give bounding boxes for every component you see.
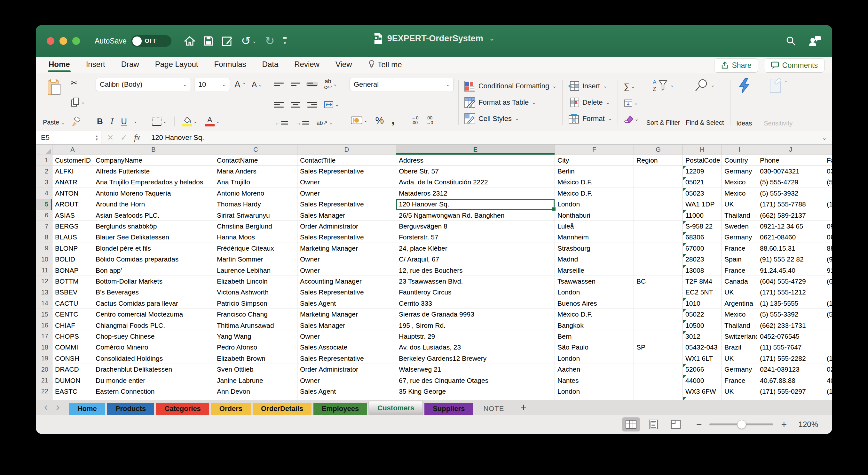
cell-I11[interactable]: France <box>722 265 757 276</box>
cell-K20[interactable]: 02 <box>824 364 832 375</box>
cell-K12[interactable]: (6 <box>824 276 832 287</box>
cell-F8[interactable]: Mannheim <box>555 232 634 243</box>
conditional-formatting-button[interactable]: Conditional Formatting⌄ <box>463 80 558 92</box>
cell-E22[interactable]: 35 King George <box>396 386 555 397</box>
cell-B18[interactable]: Comércio Mineiro <box>93 342 214 353</box>
cell-E18[interactable]: Av. dos Lusíadas, 23 <box>396 342 555 353</box>
cell-G11[interactable] <box>634 265 683 276</box>
cell-J15[interactable]: (5) 555-3392 <box>757 309 824 320</box>
cell-H6[interactable]: 11000 <box>683 210 722 221</box>
clear-button[interactable]: ⌄ <box>622 114 640 124</box>
cell-B16[interactable]: Chiangmai Foods PLC. <box>93 320 214 331</box>
row-header-15[interactable]: 15 <box>36 309 53 320</box>
cell-B13[interactable]: B's Beverages <box>93 287 214 298</box>
cell-G2[interactable] <box>634 166 683 177</box>
home-button[interactable] <box>184 36 195 46</box>
toolbar-options-button[interactable]: ≡ ▾ <box>283 36 287 46</box>
cell-G6[interactable] <box>634 210 683 221</box>
cell-C11[interactable]: Laurence Lebihan <box>214 265 298 276</box>
orientation-button[interactable]: ab↗⌄ <box>315 119 334 127</box>
cell-D20[interactable]: Order Administrator <box>298 364 396 375</box>
cell-A3[interactable]: ANATR <box>53 177 93 188</box>
format-painter-button[interactable] <box>69 116 86 127</box>
cell-H23[interactable]: 8010 <box>683 397 722 400</box>
cell-D14[interactable]: Sales Agent <box>298 298 396 309</box>
column-header-D[interactable]: D <box>298 145 396 155</box>
font-size-select[interactable]: 10⌄ <box>194 78 230 91</box>
cell-B14[interactable]: Cactus Comidas para llevar <box>93 298 214 309</box>
cell-E3[interactable]: Avda. de la Constitución 2222 <box>396 177 555 188</box>
cell-K1[interactable]: Fa <box>824 155 832 166</box>
cell-J17[interactable]: 0452-076545 <box>757 331 824 342</box>
cell-H19[interactable]: WX1 6LT <box>683 353 722 364</box>
formula-bar-value[interactable]: 120 Hanover Sq. <box>146 131 816 144</box>
cell-D19[interactable]: Sales Representative <box>298 353 396 364</box>
cell-H4[interactable]: 05023 <box>683 188 722 199</box>
cell-E8[interactable]: Forsterstr. 57 <box>396 232 555 243</box>
cell-D10[interactable]: Owner <box>298 254 396 265</box>
cell-H22[interactable]: WX3 6FW <box>683 386 722 397</box>
cell-E9[interactable]: 24, place Kléber <box>396 243 555 254</box>
row-header-2[interactable]: 2 <box>36 166 53 177</box>
cell-F7[interactable]: Luleå <box>555 221 634 232</box>
cell-G17[interactable] <box>634 331 683 342</box>
insert-function-icon[interactable]: fx <box>134 133 140 143</box>
cell-I5[interactable]: UK <box>722 199 757 210</box>
row-header-4[interactable]: 4 <box>36 188 53 199</box>
cell-G13[interactable] <box>634 287 683 298</box>
cell-F5[interactable]: London <box>555 199 634 210</box>
cell-I23[interactable]: Austria <box>722 397 757 400</box>
cell-K10[interactable]: (9 <box>824 254 832 265</box>
cell-H10[interactable]: 28023 <box>683 254 722 265</box>
sheet-tab-home[interactable]: Home <box>69 403 105 415</box>
cell-K18[interactable] <box>824 342 832 353</box>
cell-F13[interactable]: London <box>555 287 634 298</box>
cell-C13[interactable]: Victoria Ashworth <box>214 287 298 298</box>
cell-I13[interactable]: UK <box>722 287 757 298</box>
row-header-10[interactable]: 10 <box>36 254 53 265</box>
cell-J8[interactable]: 0621-08460 <box>757 232 824 243</box>
cell-G14[interactable] <box>634 298 683 309</box>
column-header-I[interactable]: I <box>722 145 757 155</box>
increase-decimal-button[interactable]: .00→0 <box>425 115 434 126</box>
autosum-button[interactable]: ∑⌄ <box>622 81 640 92</box>
cell-B3[interactable]: Ana Trujillo Emparedados y helados <box>93 177 214 188</box>
export-edit-button[interactable] <box>222 36 233 46</box>
cell-E21[interactable]: 67, rue des Cinquante Otages <box>396 375 555 386</box>
borders-button[interactable]: ⌄ <box>151 116 168 127</box>
cell-A9[interactable]: BLONP <box>53 243 93 254</box>
cell-F10[interactable]: Madrid <box>555 254 634 265</box>
cell-K3[interactable]: (5 <box>824 177 832 188</box>
cell-F22[interactable]: London <box>555 386 634 397</box>
sheet-tab-note[interactable]: NOTE <box>475 403 513 415</box>
row-header-14[interactable]: 14 <box>36 298 53 309</box>
row-header-18[interactable]: 18 <box>36 342 53 353</box>
cell-I22[interactable]: UK <box>722 386 757 397</box>
cell-D9[interactable]: Marketing Manager <box>298 243 396 254</box>
column-header-J[interactable]: J <box>757 145 824 155</box>
column-header-B[interactable]: B <box>93 145 214 155</box>
ribbon-tab-insert[interactable]: Insert <box>85 59 106 71</box>
fill-color-button[interactable]: ⌄ <box>181 116 198 127</box>
column-header-H[interactable]: H <box>683 145 722 155</box>
cell-H11[interactable]: 13008 <box>683 265 722 276</box>
cell-I17[interactable]: Switzerland <box>722 331 757 342</box>
page-layout-view-button[interactable] <box>645 417 662 432</box>
cell-E23[interactable]: Kirchgasse 6 <box>396 397 555 400</box>
cell-J19[interactable]: (171) 555-2282 <box>757 353 824 364</box>
cell-C16[interactable]: Thitima Arunsawad <box>214 320 298 331</box>
underline-button[interactable]: U <box>120 116 128 127</box>
close-window-button[interactable] <box>47 37 54 45</box>
cell-A6[interactable]: ASIAS <box>53 210 93 221</box>
cell-H12[interactable]: T2F 8M4 <box>683 276 722 287</box>
cell-B22[interactable]: Eastern Connection <box>93 386 214 397</box>
cell-A23[interactable]: ERNSH <box>53 397 93 400</box>
cell-K8[interactable]: 06 <box>824 232 832 243</box>
cell-A14[interactable]: CACTU <box>53 298 93 309</box>
cell-J6[interactable]: (662) 589-2137 <box>757 210 824 221</box>
undo-button[interactable]: ↺⌄ <box>241 35 256 47</box>
cell-A12[interactable]: BOTTM <box>53 276 93 287</box>
sheet-tab-customers[interactable]: Customers <box>369 402 423 415</box>
cell-F11[interactable]: Marseille <box>555 265 634 276</box>
sensitivity-button[interactable]: ⌄ Sensitivity <box>762 77 795 128</box>
